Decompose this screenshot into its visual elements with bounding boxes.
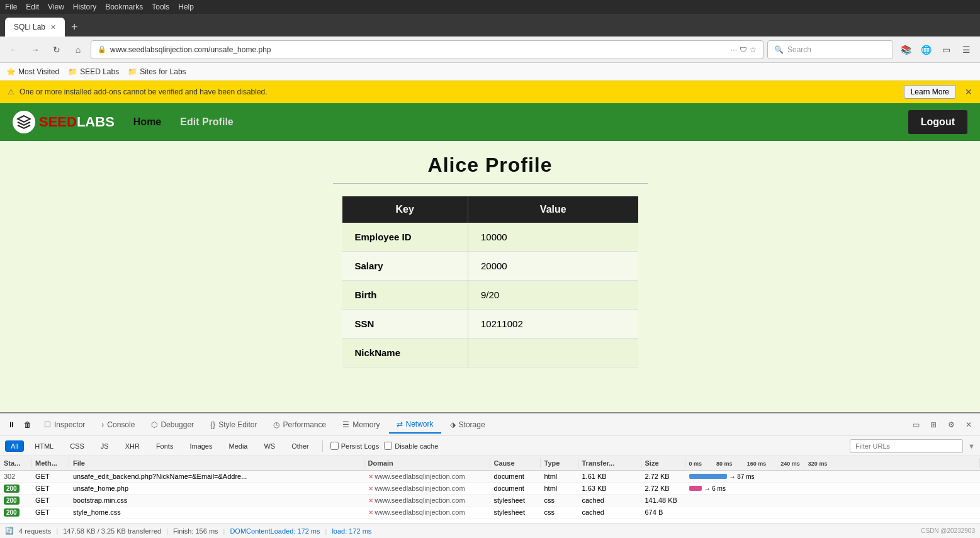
menu-view[interactable]: View (48, 3, 64, 11)
net-status: 200 (0, 495, 31, 506)
inspector-icon: ☐ (44, 420, 51, 429)
tab-memory-label: Memory (352, 420, 380, 429)
tab-style-editor[interactable]: {} Style Editor (203, 417, 264, 433)
menu-bar: File Edit View History Bookmarks Tools H… (0, 0, 980, 14)
tab-storage-label: Storage (459, 420, 485, 429)
logout-button[interactable]: Logout (908, 110, 967, 134)
menu-file[interactable]: File (5, 3, 17, 11)
pocket-icon[interactable]: 🛡 (740, 45, 747, 54)
back-button[interactable]: ← (5, 41, 23, 59)
bookmark-most-visited[interactable]: ⭐ Most Visited (6, 67, 59, 76)
tab-network[interactable]: ⇄ Network (389, 416, 441, 434)
perf-icon: ◷ (273, 420, 279, 429)
filter-ws-button[interactable]: WS (258, 440, 281, 452)
persist-logs-checkbox[interactable]: Persist Logs (330, 442, 380, 450)
col-timeline: 0 ms 80 ms 160 ms 240 ms 320 ms (685, 458, 981, 468)
tab-console[interactable]: › Console (94, 417, 142, 433)
col-domain: Domain (364, 458, 490, 468)
net-file: style_home.css (69, 507, 364, 518)
network-row[interactable]: 200GETbootstrap.min.css✕www.seedlabsqlin… (0, 495, 980, 507)
filter-all-button[interactable]: All (5, 440, 24, 452)
menu-tools[interactable]: Tools (152, 3, 169, 11)
filter-urls-input[interactable] (850, 439, 963, 453)
profile-value-cell: 9/20 (468, 281, 638, 310)
menu-history[interactable]: History (73, 3, 96, 11)
disable-cache-checkbox[interactable]: Disable cache (384, 442, 438, 450)
storage-icon: ⬗ (450, 420, 456, 429)
nav-home[interactable]: Home (133, 116, 161, 128)
col-key: Key (342, 196, 468, 223)
site-header: SEEDLABS Home Edit Profile Logout (0, 103, 980, 141)
bookmark-seed-labs[interactable]: 📁 SEED Labs (68, 67, 119, 76)
tab-perf-label: Performance (283, 420, 326, 429)
devtools-toggle[interactable]: ⏸ (4, 417, 19, 432)
globe-icon[interactable]: 🌐 (917, 41, 935, 59)
more-icon[interactable]: ··· (731, 45, 737, 54)
profile-key-cell: Salary (342, 252, 468, 281)
bookmarks-bar: ⭐ Most Visited 📁 SEED Labs 📁 Sites for L… (0, 63, 980, 81)
col-value: Value (468, 196, 638, 223)
bookmark-star-icon[interactable]: ☆ (750, 45, 757, 54)
footer-dom-content[interactable]: DOMContentLoaded: 172 ms (230, 527, 320, 535)
active-tab[interactable]: SQLi Lab ✕ (5, 18, 65, 36)
library-icon[interactable]: 📚 (897, 41, 915, 59)
devtools-clear[interactable]: 🗑 (20, 417, 35, 432)
footer-load[interactable]: load: 172 ms (332, 527, 371, 535)
close-devtools-button[interactable]: ✕ (961, 417, 976, 432)
filter-media-button[interactable]: Media (223, 440, 253, 452)
learn-more-button[interactable]: Learn More (904, 85, 956, 99)
lock-icon: 🔒 (98, 45, 106, 53)
filter-xhr-button[interactable]: XHR (120, 440, 145, 452)
tab-inspector[interactable]: ☐ Inspector (37, 417, 93, 433)
address-bar[interactable]: 🔒 www.seedlabsqlinjection.com/unsafe_hom… (91, 40, 763, 59)
profile-key-cell: Employee ID (342, 223, 468, 252)
profile-key-cell: SSN (342, 310, 468, 339)
filter-css-button[interactable]: CSS (64, 440, 90, 452)
net-type: html (541, 483, 578, 494)
network-row[interactable]: 200GETstyle_home.css✕www.seedlabsqlinjec… (0, 507, 980, 518)
net-type: html (541, 471, 578, 482)
folder-icon: 📁 (128, 67, 137, 76)
search-icon: 🔍 (774, 45, 784, 54)
search-bar[interactable]: 🔍 Search (767, 40, 893, 59)
net-transfer: 1.63 KB (578, 483, 641, 494)
network-row[interactable]: 200GETunsafe_home.php✕www.seedlabsqlinje… (0, 483, 980, 495)
home-button[interactable]: ⌂ (69, 41, 87, 59)
tab-debugger[interactable]: ⬡ Debugger (144, 417, 201, 433)
profile-divider (333, 183, 648, 184)
network-row[interactable]: 302GETunsafe_edit_backend.php?NickName=&… (0, 471, 980, 483)
tab-close-button[interactable]: ✕ (50, 23, 56, 31)
bookmark-sites-for-labs[interactable]: 📁 Sites for Labs (128, 67, 186, 76)
filter-other-button[interactable]: Other (286, 440, 315, 452)
split-view-button[interactable]: ⊞ (926, 417, 941, 432)
filter-images-button[interactable]: Images (184, 440, 218, 452)
menu-bookmarks[interactable]: Bookmarks (105, 3, 143, 11)
profile-key-cell: NickName (342, 339, 468, 367)
filter-js-button[interactable]: JS (95, 440, 115, 452)
net-file: unsafe_home.php (69, 483, 364, 494)
hamburger-icon[interactable]: ☰ (957, 41, 975, 59)
settings-button[interactable]: ⚙ (943, 417, 959, 432)
reload-button[interactable]: ↻ (48, 41, 65, 59)
tab-performance[interactable]: ◷ Performance (266, 417, 334, 433)
tab-memory[interactable]: ☰ Memory (335, 417, 387, 433)
filter-fonts-button[interactable]: Fonts (150, 440, 179, 452)
nav-edit-profile[interactable]: Edit Profile (180, 116, 233, 128)
forward-button[interactable]: → (26, 41, 44, 59)
menu-edit[interactable]: Edit (26, 3, 39, 11)
new-tab-button[interactable]: + (66, 18, 83, 36)
debugger-icon: ⬡ (151, 420, 157, 429)
sidebar-icon[interactable]: ▭ (937, 41, 955, 59)
bookmark-label: Sites for Labs (140, 67, 186, 76)
persist-logs-input[interactable] (330, 442, 339, 450)
net-domain: ✕www.seedlabsqlinjection.com (364, 507, 490, 518)
net-method: GET (31, 507, 69, 518)
tab-storage[interactable]: ⬗ Storage (442, 417, 493, 433)
menu-help[interactable]: Help (178, 3, 194, 11)
net-timeline (685, 498, 981, 502)
responsive-mode-button[interactable]: ▭ (908, 417, 923, 432)
addon-warning-close-button[interactable]: ✕ (965, 87, 972, 97)
disable-cache-input[interactable] (384, 442, 392, 450)
bookmark-label: SEED Labs (80, 67, 119, 76)
filter-html-button[interactable]: HTML (29, 440, 59, 452)
